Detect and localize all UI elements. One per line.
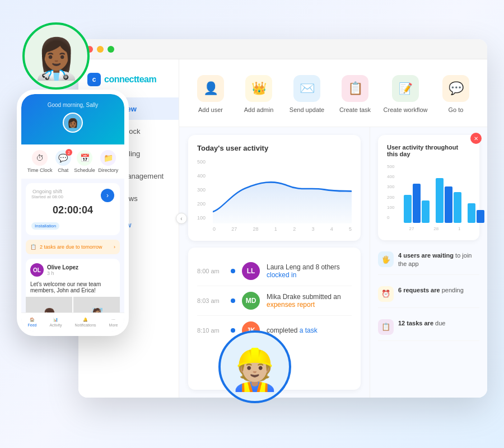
add-admin-label: Add admin (244, 106, 274, 113)
chat-nav-label: Chat (58, 167, 68, 173)
y-label-100: 100 (197, 215, 213, 221)
phone-shift-card: Ongoing shift Started at 08:00 › 02:00:0… (26, 183, 120, 235)
svg-rect-3 (436, 178, 444, 223)
notifs-bottom-icon: 🔔 (83, 318, 88, 322)
feed-text-3: completed a task (267, 326, 352, 334)
action-create-workflow[interactable]: 📝 Create workflow (383, 71, 428, 118)
y-label-200: 200 (197, 201, 213, 207)
more-bottom-icon: ⋯ (111, 318, 115, 322)
x-label-5: 5 (349, 226, 352, 232)
svg-rect-0 (404, 195, 412, 223)
notification-item-2: ⏰ 6 requests are pending (378, 281, 479, 308)
phone-bottom-notifs[interactable]: 🔔 Notifications (74, 318, 96, 327)
minimize-button[interactable] (97, 46, 104, 53)
add-user-icon: 👤 (197, 75, 224, 102)
update-header: OL Olive Lopez 3 h (26, 259, 120, 281)
phone-header: Good morning, Sally 👩🏾 (21, 94, 124, 144)
bar-chart-title: User activity throughout this day (387, 144, 470, 157)
update-name: Olive Lopez (47, 264, 78, 270)
notif-users-icon: 🖐 (378, 251, 394, 267)
phone-bottom-activity[interactable]: 📊 Activity (49, 318, 62, 327)
update-time: 3 h (47, 270, 78, 276)
svg-rect-4 (445, 186, 452, 223)
phone-nav-row: ⏱ Time Clock 💬 2 Chat 📅 Schedule 📁 Direc… (21, 144, 124, 179)
directory-nav-icon: 📁 (100, 150, 116, 166)
bar-chart-card: User activity throughout this day ✕ 5004… (378, 135, 479, 240)
profile-circle-top: 👩🏾‍⚕️ (22, 22, 90, 90)
profile-circle-bottom: 👷🏼 (218, 330, 291, 403)
shift-arrow[interactable]: › (101, 189, 114, 202)
feed-link-3: a task (300, 326, 318, 334)
y-label-400: 400 (197, 173, 213, 179)
close-panel-button[interactable]: ✕ (470, 133, 482, 144)
phone-mockup: Good morning, Sally 👩🏾 ⏱ Time Clock 💬 2 … (17, 90, 129, 336)
chat-nav-icon: 💬 2 (55, 150, 71, 166)
x-label-4: 4 (330, 226, 333, 232)
phone-nav-chat[interactable]: 💬 2 Chat (55, 150, 71, 173)
timeclock-nav-label: Time Clock (27, 167, 53, 173)
notifs-bottom-label: Notifications (74, 323, 96, 327)
phone-avatar: 👩🏾 (63, 113, 83, 133)
svg-rect-5 (454, 192, 461, 223)
feed-text-1: Laura Leng and 8 others clocked in (267, 263, 352, 279)
create-workflow-label: Create workflow (384, 106, 428, 113)
update-avatar: OL (30, 263, 44, 277)
action-add-admin[interactable]: 👑 Add admin (239, 71, 279, 118)
logo-icon: c (87, 73, 101, 86)
tasks-chevron: › (114, 244, 115, 250)
x-label-3: 3 (311, 226, 314, 232)
notif-text-2: 6 requests are pending (398, 286, 464, 295)
goto-label: Go to (449, 106, 464, 113)
feed-dot-2 (231, 298, 235, 303)
phone-nav-timeclock[interactable]: ⏱ Time Clock (27, 150, 53, 173)
feed-bottom-icon: 🏠 (30, 318, 35, 322)
x-label-28: 28 (253, 226, 259, 232)
activity-bottom-label: Activity (49, 323, 62, 327)
ongoing-shift-label: Ongoing shift (31, 189, 63, 194)
timeclock-nav-icon: ⏱ (32, 150, 48, 166)
sidebar-collapse-button[interactable]: ‹ (176, 213, 187, 224)
notif-text-3: 12 tasks are due (398, 319, 445, 328)
feed-time-2: 8:03 am (197, 297, 224, 304)
action-create-task[interactable]: 📋 Create task (335, 71, 375, 118)
phone-bottom-more[interactable]: ⋯ More (109, 318, 118, 327)
phone-nav-directory[interactable]: 📁 Directory (98, 150, 118, 173)
feed-avatar-2: MD (242, 292, 260, 310)
more-bottom-label: More (109, 323, 118, 327)
send-update-icon: ✉️ (293, 75, 320, 102)
feed-bottom-label: Feed (27, 323, 36, 327)
action-add-user[interactable]: 👤 Add user (190, 71, 231, 118)
phone-bottom-nav: 🏠 Feed 📊 Activity 🔔 Notifications ⋯ More (21, 312, 124, 332)
phone-nav-schedule[interactable]: 📅 Schedule (74, 150, 95, 173)
notif-tasks-icon: 📋 (378, 319, 394, 335)
phone-content: Ongoing shift Started at 08:00 › 02:00:0… (21, 179, 124, 332)
add-admin-icon: 👑 (245, 75, 272, 102)
add-user-label: Add user (198, 106, 223, 113)
update-text: Let's welcome our new team members, John… (26, 281, 120, 297)
schedule-nav-icon: 📅 (77, 150, 92, 166)
feed-dot-1 (231, 269, 235, 273)
shift-timer: 02:00:04 (31, 204, 114, 216)
action-goto[interactable]: 💬 Go to (436, 71, 476, 118)
directory-nav-label: Directory (98, 167, 118, 173)
tasks-icon-phone: 📋 (30, 244, 36, 250)
activity-bottom-icon: 📊 (53, 318, 58, 322)
logo-text: connectteam (104, 74, 156, 85)
notif-text-1: 4 users are waiting to join the app (398, 251, 479, 269)
phone-tasks-card[interactable]: 📋 2 tasks are due to tomorrow › (26, 240, 120, 254)
chat-badge: 2 (66, 149, 72, 156)
phone-bottom-feed[interactable]: 🏠 Feed (27, 318, 36, 327)
phone-screen: Good morning, Sally 👩🏾 ⏱ Time Clock 💬 2 … (21, 94, 124, 332)
schedule-nav-label: Schedule (74, 167, 95, 173)
create-task-icon: 📋 (342, 75, 368, 102)
phone-greeting: Good morning, Sally (48, 102, 99, 108)
x-label-1: 1 (274, 226, 277, 232)
bar-chart-svg (399, 164, 487, 223)
action-send-update[interactable]: ✉️ Send update (287, 71, 327, 118)
maximize-button[interactable] (108, 46, 114, 53)
today-activity-title: Today's user activity (197, 144, 352, 152)
svg-rect-6 (468, 203, 475, 223)
feed-text-2: Mika Drake submitted an expenses report (267, 293, 352, 309)
send-update-label: Send update (290, 106, 324, 113)
feed-item-1: 8:00 am LL Laura Leng and 8 others clock… (197, 256, 352, 286)
